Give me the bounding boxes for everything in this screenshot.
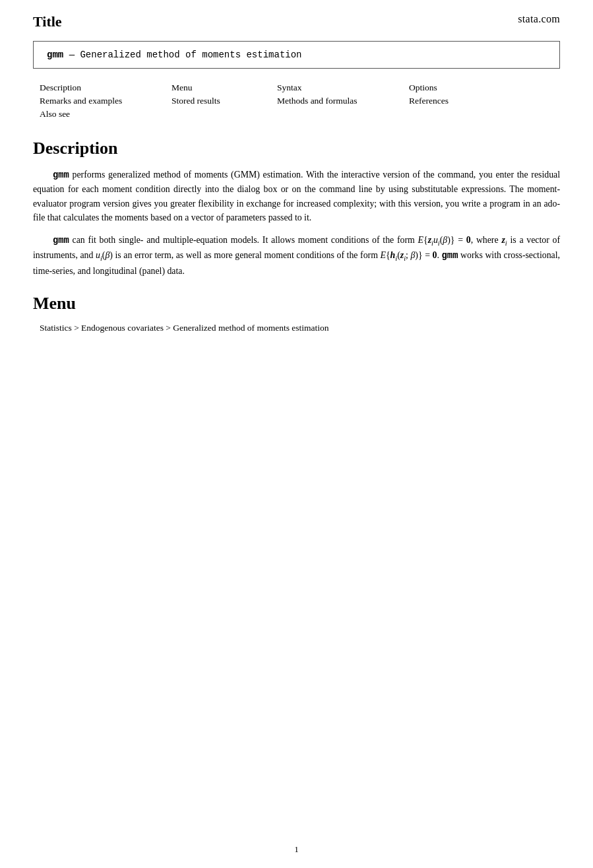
- command-name: gmm: [47, 50, 63, 60]
- nav-syntax[interactable]: Syntax: [277, 82, 409, 94]
- description-section: Description gmm performs generalized met…: [33, 139, 560, 278]
- page-header: Title stata.com: [33, 13, 560, 30]
- stata-brand: stata.com: [518, 13, 560, 25]
- math-ui: u: [96, 250, 100, 260]
- math-expr-1: E: [418, 235, 423, 245]
- math-sub-i2: i: [438, 239, 440, 246]
- gmm-cmd-1: gmm: [53, 170, 69, 180]
- gmm-cmd-3: gmm: [442, 251, 458, 261]
- math-sub-i5: i: [395, 255, 397, 262]
- nav-remarks[interactable]: Remarks and examples: [40, 95, 172, 107]
- math-beta3: β: [410, 250, 415, 260]
- math-beta1: β: [443, 235, 447, 245]
- math-sub-i3: i: [505, 239, 507, 246]
- where-word: where: [476, 235, 499, 245]
- math-equals-2: = 0: [425, 250, 437, 260]
- nav-also-see[interactable]: Also see: [40, 108, 172, 120]
- nav-links: Description Menu Syntax Options Remarks …: [33, 82, 560, 120]
- description-heading: Description: [33, 139, 560, 158]
- page-title: Title: [33, 13, 62, 30]
- menu-section: Menu Statistics > Endogenous covariates …: [33, 294, 560, 333]
- nav-references[interactable]: References: [409, 95, 515, 107]
- menu-heading: Menu: [33, 294, 560, 314]
- description-para-2: gmm can fit both single- and multiple-eq…: [33, 233, 560, 279]
- command-description: — Generalized method of moments estimati…: [69, 50, 302, 60]
- math-sub-i4: i: [100, 255, 102, 262]
- nav-methods[interactable]: Methods and formulas: [277, 95, 409, 107]
- math-equals-1: = 0: [458, 235, 470, 245]
- math-expr-2: E: [381, 250, 386, 260]
- gmm-cmd-2: gmm: [53, 236, 69, 246]
- math-u: u: [433, 235, 438, 245]
- page-number: 1: [294, 844, 299, 855]
- title-box: gmm — Generalized method of moments esti…: [33, 41, 560, 69]
- math-sub-i6: i: [404, 255, 406, 262]
- nav-menu[interactable]: Menu: [172, 82, 277, 94]
- description-para-1: gmm performs generalized method of momen…: [33, 168, 560, 225]
- menu-path: Statistics > Endogenous covariates > Gen…: [33, 323, 560, 333]
- nav-description[interactable]: Description: [40, 82, 172, 94]
- nav-stored-results[interactable]: Stored results: [172, 95, 277, 107]
- math-beta2: β: [105, 250, 109, 260]
- page: Title stata.com gmm — Generalized method…: [0, 0, 593, 868]
- nav-options[interactable]: Options: [409, 82, 515, 94]
